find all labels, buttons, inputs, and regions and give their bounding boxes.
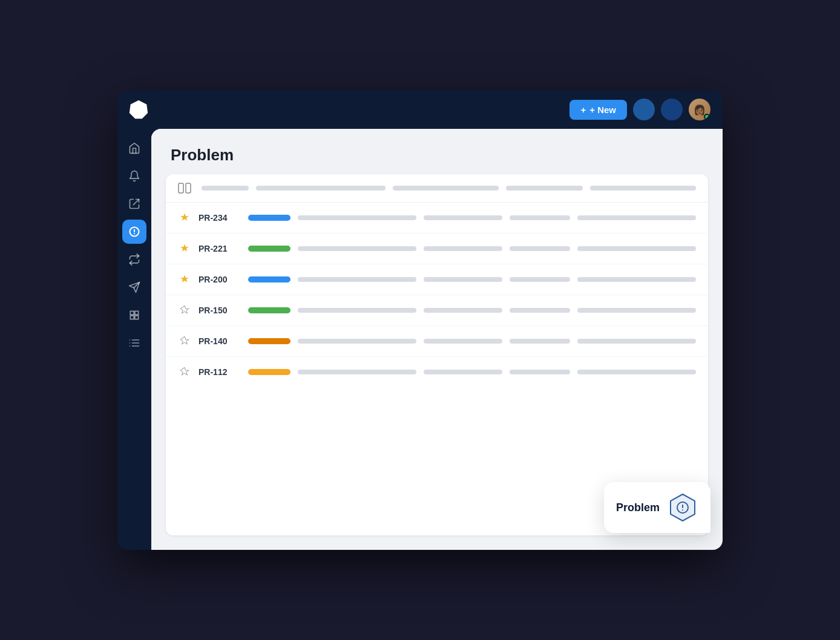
col-header-2 bbox=[256, 186, 386, 191]
svg-rect-6 bbox=[130, 311, 134, 315]
popover-hex-icon bbox=[667, 492, 698, 523]
row-placeholder-1 bbox=[298, 246, 416, 251]
avatar-1[interactable] bbox=[633, 99, 655, 120]
col-header-4 bbox=[506, 186, 583, 191]
row-placeholder-1 bbox=[298, 277, 416, 282]
row-placeholder-1 bbox=[298, 308, 416, 313]
table-row[interactable]: PR-200 bbox=[166, 264, 708, 295]
status-badge bbox=[248, 307, 290, 313]
sidebar-item-problems[interactable] bbox=[122, 220, 146, 244]
table-header-row bbox=[166, 174, 708, 203]
row-placeholder-3 bbox=[510, 246, 570, 251]
user-avatar[interactable]: 👩🏾 bbox=[689, 99, 710, 120]
row-id: PR-150 bbox=[199, 305, 241, 315]
top-bar: + + New 👩🏾 bbox=[117, 90, 723, 129]
new-button[interactable]: + + New bbox=[569, 100, 627, 120]
table-row[interactable]: PR-140 bbox=[166, 326, 708, 357]
sidebar-item-send[interactable] bbox=[122, 275, 146, 299]
app-wrapper: + + New 👩🏾 bbox=[117, 90, 723, 550]
row-placeholder-3 bbox=[510, 370, 570, 374]
svg-marker-0 bbox=[130, 100, 148, 119]
row-placeholder-3 bbox=[510, 215, 570, 220]
sidebar bbox=[117, 129, 151, 550]
row-placeholder-2 bbox=[424, 215, 502, 220]
page-header: Problem bbox=[151, 129, 723, 174]
sidebar-item-sync[interactable] bbox=[122, 247, 146, 272]
row-placeholder-4 bbox=[577, 246, 696, 251]
sidebar-item-layers[interactable] bbox=[122, 303, 146, 327]
status-badge bbox=[248, 338, 290, 344]
row-placeholder-4 bbox=[577, 339, 696, 344]
problem-popover: Problem bbox=[604, 482, 710, 533]
row-placeholder-1 bbox=[298, 339, 416, 344]
online-indicator bbox=[704, 114, 710, 120]
col-header-5 bbox=[590, 186, 696, 191]
pin-filled-icon bbox=[178, 211, 191, 224]
sidebar-item-home[interactable] bbox=[122, 136, 146, 160]
svg-rect-16 bbox=[179, 183, 183, 193]
row-placeholder-2 bbox=[424, 370, 502, 374]
svg-rect-8 bbox=[130, 316, 134, 319]
row-placeholder-3 bbox=[510, 339, 570, 344]
row-placeholder-1 bbox=[298, 370, 416, 374]
pin-outline-icon bbox=[178, 365, 191, 379]
sidebar-item-alerts[interactable] bbox=[122, 164, 146, 188]
status-badge bbox=[248, 369, 290, 375]
table-row[interactable]: PR-234 bbox=[166, 203, 708, 233]
column-toggle-icon[interactable] bbox=[178, 181, 194, 195]
table-row[interactable]: PR-221 bbox=[166, 233, 708, 264]
svg-rect-17 bbox=[186, 183, 191, 193]
status-badge bbox=[248, 276, 290, 282]
logo-icon[interactable] bbox=[127, 98, 150, 121]
status-badge bbox=[248, 246, 290, 252]
row-placeholder-4 bbox=[577, 277, 696, 282]
col-header-1 bbox=[202, 186, 249, 191]
row-placeholder-2 bbox=[424, 246, 502, 251]
page-title: Problem bbox=[171, 146, 703, 165]
status-badge bbox=[248, 215, 290, 221]
row-placeholder-2 bbox=[424, 277, 502, 282]
table-row[interactable]: PR-112 bbox=[166, 357, 708, 387]
row-id: PR-221 bbox=[199, 244, 241, 253]
row-placeholder-4 bbox=[577, 308, 696, 313]
row-placeholder-3 bbox=[510, 277, 570, 282]
row-placeholder-2 bbox=[424, 308, 502, 313]
col-header-3 bbox=[393, 186, 499, 191]
table-row[interactable]: PR-150 bbox=[166, 295, 708, 326]
row-placeholder-2 bbox=[424, 339, 502, 344]
new-button-label: + New bbox=[589, 105, 616, 115]
sidebar-item-export[interactable] bbox=[122, 192, 146, 216]
row-placeholder-3 bbox=[510, 308, 570, 313]
top-bar-right: + + New 👩🏾 bbox=[569, 99, 710, 120]
pin-filled-icon bbox=[178, 273, 191, 286]
row-id: PR-234 bbox=[199, 213, 241, 223]
pin-outline-icon bbox=[178, 335, 191, 348]
row-id: PR-140 bbox=[199, 336, 241, 346]
svg-point-21 bbox=[682, 509, 683, 511]
popover-label: Problem bbox=[616, 501, 660, 514]
row-id: PR-112 bbox=[199, 367, 241, 377]
row-id: PR-200 bbox=[199, 275, 241, 284]
plus-icon: + bbox=[580, 105, 586, 115]
avatar-2[interactable] bbox=[661, 99, 683, 120]
pin-outline-icon bbox=[178, 304, 191, 317]
row-placeholder-4 bbox=[577, 370, 696, 374]
sidebar-item-list[interactable] bbox=[122, 331, 146, 355]
pin-filled-icon bbox=[178, 242, 191, 255]
row-placeholder-1 bbox=[298, 215, 416, 220]
svg-rect-9 bbox=[135, 316, 139, 319]
row-placeholder-4 bbox=[577, 215, 696, 220]
svg-rect-7 bbox=[135, 311, 139, 315]
table-container: PR-234 PR-221 bbox=[166, 174, 708, 535]
